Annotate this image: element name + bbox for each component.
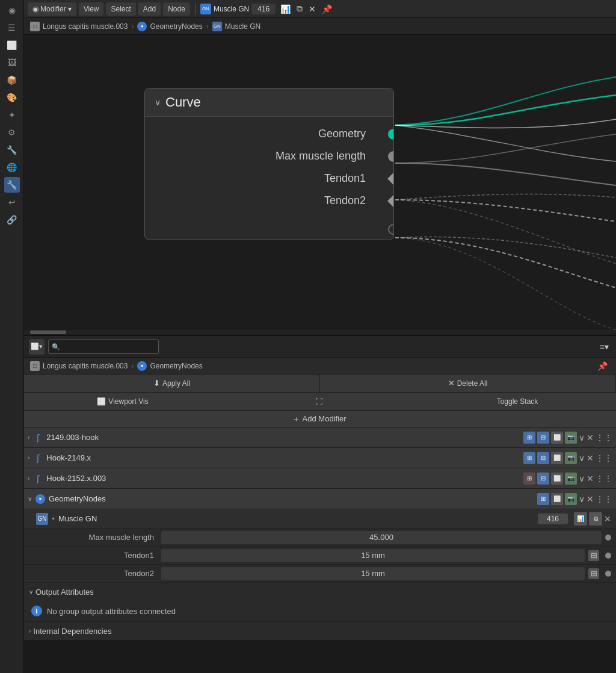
search-icon: 🔍 xyxy=(52,343,60,350)
mod-edit-btn-3[interactable]: ⊞ xyxy=(523,473,535,485)
expand-arrow-2[interactable]: › xyxy=(28,454,29,461)
sidebar-icon-mode[interactable]: ◉ xyxy=(4,2,20,18)
expand-arrow-3[interactable]: › xyxy=(28,475,29,482)
mod-vertex-btn-1[interactable]: ⊟ xyxy=(537,432,549,444)
modifier-item-2[interactable]: › ʃ Hook-2149.x ⊞ ⊟ ⬜ 📷 ∨ ✕ ⋮⋮ xyxy=(24,448,616,468)
gn-viewport-btn[interactable]: ⬜ xyxy=(551,493,563,505)
sidebar-icon-scene[interactable]: 🔗 xyxy=(4,212,20,228)
mode-selector[interactable]: ◉ Modifier ▾ xyxy=(28,2,76,16)
gn-edit-btn[interactable]: ⊞ xyxy=(537,493,549,505)
output-attributes-header[interactable]: ∨ Output Attributes xyxy=(24,583,616,601)
tendon2-socket[interactable] xyxy=(387,195,394,207)
node-editor-scrollbar[interactable] xyxy=(24,330,616,335)
muscle-gn-remove[interactable]: ✕ xyxy=(604,514,611,524)
add-menu[interactable]: Add xyxy=(138,2,161,16)
node-output-tendon2: Tendon2 xyxy=(145,190,393,212)
muscle-gn-stats-btn[interactable]: 📊 xyxy=(574,512,587,526)
mod-camera-btn-2[interactable]: 📷 xyxy=(565,452,577,464)
mod-dropdown-3[interactable]: ∨ xyxy=(579,474,585,483)
gn-dropdown[interactable]: ∨ xyxy=(579,494,585,504)
gn-modifier-header[interactable]: ∨ ● GeometryNodes ⊞ ⬜ 📷 ∨ ✕ ⋮⋮ xyxy=(24,489,616,509)
stats-icon[interactable]: 📊 xyxy=(278,2,293,16)
duplicate-icon[interactable]: ⧉ xyxy=(294,2,305,16)
view-menu[interactable]: View xyxy=(79,2,104,16)
sidebar-icon-shader[interactable]: ↩ xyxy=(4,194,20,210)
node-editor[interactable]: ∨ Curve Geometry Max muscle length xyxy=(24,35,616,330)
gn-more[interactable]: ⋮⋮ xyxy=(596,494,612,504)
sidebar-icon-particle[interactable]: ✦ xyxy=(4,107,20,123)
max-length-prop-value[interactable]: 45.000 xyxy=(161,531,602,544)
tendon1-socket[interactable] xyxy=(387,173,394,185)
node-collapse-icon[interactable]: ∨ xyxy=(155,98,161,107)
tendon2-grid-icon[interactable]: ⊞ xyxy=(588,568,599,579)
expand-arrow-1[interactable]: › xyxy=(28,434,29,441)
add-modifier-label: Add Modifier xyxy=(303,414,346,423)
mod-remove-2[interactable]: ✕ xyxy=(587,453,594,463)
node-card[interactable]: ∨ Curve Geometry Max muscle length xyxy=(144,88,394,240)
close-node-icon[interactable]: ✕ xyxy=(306,2,318,16)
search-input[interactable] xyxy=(48,340,159,354)
sidebar-icon-modifier[interactable]: 🔧 xyxy=(4,177,20,193)
add-modifier-button[interactable]: + Add Modifier xyxy=(24,411,616,427)
tendon2-prop-value[interactable]: 15 mm xyxy=(161,567,585,580)
mod-more-2[interactable]: ⋮⋮ xyxy=(596,453,612,463)
mod-more-1[interactable]: ⋮⋮ xyxy=(596,433,612,442)
mod-vertex-btn-2[interactable]: ⊟ xyxy=(537,452,549,464)
mod-viewport-btn-1[interactable]: ⬜ xyxy=(551,432,563,444)
tendon1-grid-icon[interactable]: ⊞ xyxy=(588,550,599,561)
mod-dropdown-1[interactable]: ∨ xyxy=(579,433,585,442)
fullscreen-button[interactable]: ⛶ xyxy=(221,392,419,410)
mod-viewport-btn-2[interactable]: ⬜ xyxy=(551,452,563,464)
sidebar-icon-list[interactable]: ☰ xyxy=(4,20,20,36)
muscle-gn-frame: 416 xyxy=(538,513,568,524)
sidebar-icon-material[interactable]: 🎨 xyxy=(4,90,20,105)
mod-vertex-btn-3[interactable]: ⊟ xyxy=(537,473,549,485)
mod-edit-btn-2[interactable]: ⊞ xyxy=(523,452,535,464)
pin-icon[interactable]: 📌 xyxy=(319,2,334,16)
breadcrumb-object: □ Longus capitis muscle.003 xyxy=(30,22,128,31)
geometry-socket[interactable] xyxy=(388,129,394,140)
modifier-actions-row: ⬇ Apply All ✕ Delete All xyxy=(24,374,616,392)
panel-mode-icon[interactable]: ⬜▾ xyxy=(29,339,45,355)
gn-camera-btn[interactable]: 📷 xyxy=(565,493,577,505)
sidebar-icon-physics[interactable]: ⚙ xyxy=(4,125,20,140)
panel-options-icon[interactable]: ≡▾ xyxy=(597,340,611,353)
mod-dropdown-2[interactable]: ∨ xyxy=(579,453,585,463)
prop-row-tendon1: Tendon1 15 mm ⊞ xyxy=(24,547,616,565)
select-menu[interactable]: Select xyxy=(106,2,135,16)
mod-more-3[interactable]: ⋮⋮ xyxy=(596,474,612,483)
mod-edit-btn-1[interactable]: ⊞ xyxy=(523,432,535,444)
scrollbar-thumb[interactable] xyxy=(30,330,66,334)
mod-camera-btn-3[interactable]: 📷 xyxy=(565,473,577,485)
sidebar-icon-data[interactable]: 📦 xyxy=(4,72,20,88)
mod-remove-3[interactable]: ✕ xyxy=(587,474,594,483)
sidebar-icon-image[interactable]: 🖼 xyxy=(4,55,20,70)
breadcrumb-node: GN Muscle GN xyxy=(212,22,260,31)
node-menu[interactable]: Node xyxy=(163,2,190,16)
sidebar-icon-object[interactable]: ⬜ xyxy=(4,37,20,53)
modifier-item-3[interactable]: › ʃ Hook-2152.x.003 ⊞ ⊟ ⬜ 📷 ∨ ✕ ⋮⋮ xyxy=(24,468,616,489)
muscle-gn-dup-btn[interactable]: ⧉ xyxy=(589,512,602,526)
node-type-label: Muscle GN xyxy=(214,5,249,13)
mod-camera-btn-1[interactable]: 📷 xyxy=(565,432,577,444)
internal-dependencies-row[interactable]: › Internal Dependencies xyxy=(24,622,616,640)
gn-remove[interactable]: ✕ xyxy=(587,494,594,504)
tendon1-prop-value[interactable]: 15 mm xyxy=(161,549,585,562)
sidebar-icon-constraints[interactable]: 🔧 xyxy=(4,142,20,158)
apply-all-button[interactable]: ⬇ Apply All xyxy=(24,374,320,392)
footer-socket[interactable] xyxy=(388,224,394,235)
gn-expand-arrow[interactable]: ∨ xyxy=(28,495,32,502)
max-length-socket[interactable] xyxy=(388,151,394,162)
delete-all-button[interactable]: ✕ Delete All xyxy=(320,374,616,392)
toggle-stack-button[interactable]: Toggle Stack xyxy=(419,392,616,410)
frame-number[interactable]: 416 xyxy=(251,4,276,14)
pin-lower-icon[interactable]: 📌 xyxy=(595,359,610,373)
modifier-item-1[interactable]: › ʃ 2149.003-hook ⊞ ⊟ ⬜ 📷 ∨ ✕ ⋮⋮ xyxy=(24,427,616,448)
viewport-vis-button[interactable]: ⬜ Viewport Vis xyxy=(24,392,221,410)
node-type-icon: GN xyxy=(200,4,211,14)
mod-viewport-btn-3[interactable]: ⬜ xyxy=(551,473,563,485)
mod-remove-1[interactable]: ✕ xyxy=(587,433,594,442)
sidebar-icon-object-data[interactable]: 🌐 xyxy=(4,160,20,175)
lower-gn-icon: ● xyxy=(137,361,147,371)
muscle-gn-row[interactable]: GN ▾ Muscle GN 416 📊 ⧉ ✕ xyxy=(24,509,616,529)
